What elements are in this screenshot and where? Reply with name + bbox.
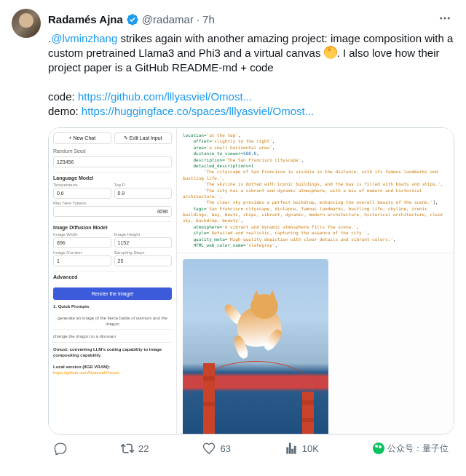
width-label: Image Width	[53, 232, 111, 237]
reply-button[interactable]	[54, 442, 67, 455]
local-link[interactable]: https://github.com/lllyasviel/Omost	[53, 370, 119, 375]
num-input[interactable]: 1	[53, 255, 111, 266]
svg-point-0	[440, 17, 442, 20]
header-main: Radamés Ajna @radamar · 7h .@lvminzhang …	[48, 9, 454, 464]
retweet-count: 22	[138, 443, 149, 454]
width-input[interactable]: 896	[53, 237, 111, 248]
height-label: Image Height	[114, 232, 173, 237]
handle[interactable]: @radamar	[142, 13, 194, 25]
display-name[interactable]: Radamés Ajna	[48, 13, 123, 25]
tweet-actions: 22 63 10K 公众号：量子位	[48, 435, 454, 464]
steps-label: Sampling Steps	[114, 250, 173, 255]
view-count: 10K	[302, 443, 319, 454]
bridge-graphic	[183, 354, 328, 435]
temp-label: Temperature	[53, 183, 111, 187]
new-chat-button[interactable]: + New Chat	[53, 132, 111, 144]
code-label: code:	[48, 90, 78, 103]
demo-link[interactable]: https://huggingface.co/spaces/lllyasviel…	[82, 105, 314, 117]
svg-point-2	[448, 17, 450, 20]
height-input[interactable]: 1152	[114, 237, 173, 248]
sidebar: + New Chat ✎ Edit Last Input Random Seed…	[49, 128, 177, 434]
tweet-header: Radamés Ajna @radamar · 7h .@lvminzhang …	[12, 9, 454, 464]
topp-input[interactable]: 0.9	[114, 188, 173, 199]
mention-link[interactable]: @lvminzhang	[51, 32, 117, 44]
separator-dot: ·	[197, 13, 200, 25]
retweet-icon	[121, 442, 134, 455]
like-button[interactable]: 63	[202, 442, 230, 455]
svg-point-1	[444, 17, 446, 20]
main-panel: location='at the top', offset='slightly …	[177, 128, 454, 434]
num-label: Image Number	[53, 250, 111, 255]
footer-desc: Omost: converting LLM's coding capabilit…	[53, 346, 172, 360]
seed-input[interactable]: 123456	[53, 156, 172, 167]
maxtok-label: Max New Tokens	[53, 201, 172, 205]
temp-input[interactable]: 0.6	[53, 188, 111, 199]
embedded-screenshot[interactable]: + New Chat ✎ Edit Last Input Random Seed…	[48, 127, 454, 435]
tweet-container: Radamés Ajna @radamar · 7h .@lvminzhang …	[0, 0, 466, 464]
like-count: 63	[220, 443, 230, 454]
more-button[interactable]	[435, 9, 454, 30]
lm-section-title[interactable]: Language Model	[53, 175, 172, 181]
quick-prompts-title: 1. Quick Prompts	[53, 303, 172, 312]
views-button[interactable]: 10K	[285, 442, 319, 455]
seed-label: Random Seed	[53, 148, 172, 154]
star-struck-emoji-icon	[324, 46, 337, 59]
quick-prompt-2[interactable]: change the dragon to a dinosaur	[53, 333, 172, 343]
verified-badge-icon	[126, 13, 139, 26]
generated-image[interactable]	[183, 259, 328, 435]
ellipsis-icon	[438, 12, 451, 25]
demo-label: demo:	[48, 105, 82, 117]
code-link[interactable]: https://github.com/lllyasviel/Omost...	[78, 90, 252, 103]
watermark-text: 公众号：量子位	[387, 443, 449, 455]
watermark: 公众号：量子位	[373, 443, 449, 455]
topp-label: Top P	[114, 183, 173, 187]
cat-graphic	[223, 288, 296, 361]
tweet-body: .@lvminzhang strikes again with another …	[48, 31, 454, 119]
views-icon	[285, 442, 298, 455]
retweet-button[interactable]: 22	[121, 442, 149, 455]
advanced-section[interactable]: Advanced	[53, 274, 172, 279]
maxtok-input[interactable]: 4096	[53, 206, 172, 217]
steps-input[interactable]: 25	[114, 255, 173, 266]
app-ui: + New Chat ✎ Edit Last Input Random Seed…	[49, 128, 454, 434]
code-block: location='at the top', offset='slightly …	[177, 128, 454, 253]
name-row: Radamés Ajna @radamar · 7h	[48, 9, 454, 30]
quick-prompt-1[interactable]: generate an image of the fierce battle o…	[53, 314, 172, 330]
image-area	[177, 253, 454, 435]
render-button[interactable]: Render the Image!	[53, 287, 172, 300]
reply-icon	[54, 442, 67, 455]
footer-local: Local version (8GB VRAM): https://github…	[53, 363, 172, 378]
avatar[interactable]	[12, 9, 41, 38]
timestamp[interactable]: 7h	[202, 13, 215, 25]
edit-last-button[interactable]: ✎ Edit Last Input	[114, 132, 173, 144]
diff-section-title[interactable]: Image Diffusion Model	[53, 225, 172, 230]
wechat-icon	[373, 443, 384, 454]
heart-icon	[202, 442, 216, 455]
